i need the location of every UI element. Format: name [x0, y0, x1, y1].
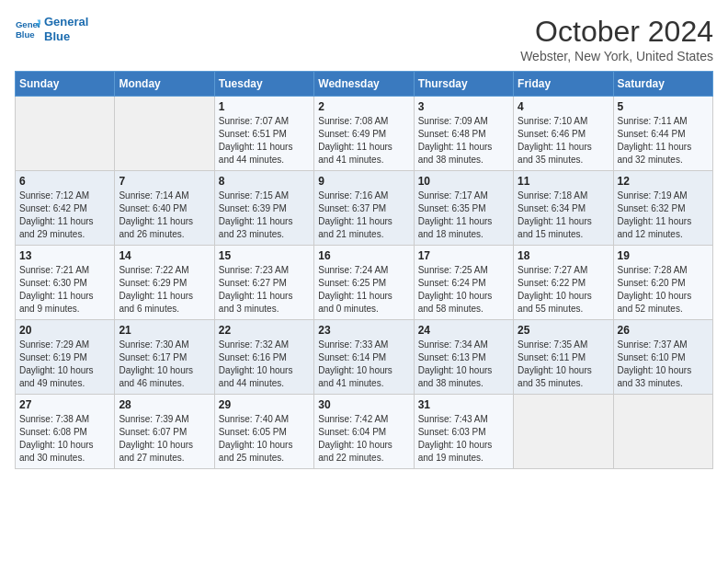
- day-info: Sunrise: 7:27 AM Sunset: 6:22 PM Dayligh…: [518, 264, 609, 316]
- day-info: Sunrise: 7:35 AM Sunset: 6:11 PM Dayligh…: [518, 339, 609, 390]
- day-info: Sunrise: 7:14 AM Sunset: 6:40 PM Dayligh…: [119, 190, 210, 241]
- day-number: 25: [518, 324, 609, 337]
- day-number: 19: [618, 249, 709, 262]
- weekday-header-saturday: Saturday: [613, 72, 712, 97]
- calendar-cell: 8Sunrise: 7:15 AM Sunset: 6:39 PM Daylig…: [214, 171, 313, 246]
- day-number: 2: [318, 100, 409, 113]
- calendar-cell: 31Sunrise: 7:43 AM Sunset: 6:03 PM Dayli…: [414, 395, 513, 469]
- calendar-week-row: 1Sunrise: 7:07 AM Sunset: 6:51 PM Daylig…: [16, 97, 713, 171]
- day-info: Sunrise: 7:24 AM Sunset: 6:25 PM Dayligh…: [318, 264, 409, 316]
- calendar-cell: 3Sunrise: 7:09 AM Sunset: 6:48 PM Daylig…: [414, 97, 513, 171]
- day-number: 1: [219, 100, 310, 113]
- calendar-cell: 10Sunrise: 7:17 AM Sunset: 6:35 PM Dayli…: [414, 171, 513, 246]
- calendar-cell: 26Sunrise: 7:37 AM Sunset: 6:10 PM Dayli…: [613, 320, 712, 395]
- day-number: 17: [418, 249, 509, 262]
- day-info: Sunrise: 7:43 AM Sunset: 6:03 PM Dayligh…: [418, 413, 509, 465]
- calendar-week-row: 27Sunrise: 7:38 AM Sunset: 6:08 PM Dayli…: [16, 395, 713, 469]
- day-info: Sunrise: 7:11 AM Sunset: 6:44 PM Dayligh…: [618, 115, 709, 167]
- svg-text:Blue: Blue: [16, 29, 35, 39]
- calendar-cell: 23Sunrise: 7:33 AM Sunset: 6:14 PM Dayli…: [314, 320, 414, 395]
- calendar-cell: 12Sunrise: 7:19 AM Sunset: 6:32 PM Dayli…: [613, 171, 712, 246]
- calendar-cell: 24Sunrise: 7:34 AM Sunset: 6:13 PM Dayli…: [414, 320, 513, 395]
- day-info: Sunrise: 7:37 AM Sunset: 6:10 PM Dayligh…: [618, 339, 709, 390]
- calendar-cell: 14Sunrise: 7:22 AM Sunset: 6:29 PM Dayli…: [115, 246, 214, 320]
- calendar-cell: 27Sunrise: 7:38 AM Sunset: 6:08 PM Dayli…: [16, 395, 115, 469]
- day-number: 16: [318, 249, 409, 262]
- day-number: 6: [19, 175, 110, 188]
- calendar-cell: 17Sunrise: 7:25 AM Sunset: 6:24 PM Dayli…: [414, 246, 513, 320]
- day-info: Sunrise: 7:15 AM Sunset: 6:39 PM Dayligh…: [219, 190, 310, 241]
- logo-line1: General: [44, 15, 88, 29]
- day-number: 7: [119, 175, 210, 188]
- day-info: Sunrise: 7:28 AM Sunset: 6:20 PM Dayligh…: [618, 264, 709, 316]
- day-number: 11: [518, 175, 609, 188]
- day-number: 10: [418, 175, 509, 188]
- day-info: Sunrise: 7:16 AM Sunset: 6:37 PM Dayligh…: [318, 190, 409, 241]
- location-subtitle: Webster, New York, United States: [520, 49, 713, 63]
- day-number: 13: [19, 249, 110, 262]
- day-number: 9: [318, 175, 409, 188]
- day-info: Sunrise: 7:19 AM Sunset: 6:32 PM Dayligh…: [618, 190, 709, 241]
- calendar-cell: 19Sunrise: 7:28 AM Sunset: 6:20 PM Dayli…: [613, 246, 712, 320]
- day-info: Sunrise: 7:29 AM Sunset: 6:19 PM Dayligh…: [19, 339, 110, 390]
- logo-icon: General Blue: [15, 17, 40, 42]
- calendar-cell: 22Sunrise: 7:32 AM Sunset: 6:16 PM Dayli…: [214, 320, 313, 395]
- weekday-header-tuesday: Tuesday: [214, 72, 313, 97]
- calendar-cell: 20Sunrise: 7:29 AM Sunset: 6:19 PM Dayli…: [16, 320, 115, 395]
- weekday-header-monday: Monday: [115, 72, 214, 97]
- day-number: 20: [19, 324, 110, 337]
- day-number: 28: [119, 398, 210, 411]
- calendar-cell: 5Sunrise: 7:11 AM Sunset: 6:44 PM Daylig…: [613, 97, 712, 171]
- day-info: Sunrise: 7:22 AM Sunset: 6:29 PM Dayligh…: [119, 264, 210, 316]
- day-info: Sunrise: 7:33 AM Sunset: 6:14 PM Dayligh…: [318, 339, 409, 390]
- day-info: Sunrise: 7:40 AM Sunset: 6:05 PM Dayligh…: [219, 413, 310, 465]
- calendar-cell: 29Sunrise: 7:40 AM Sunset: 6:05 PM Dayli…: [214, 395, 313, 469]
- calendar-cell: 9Sunrise: 7:16 AM Sunset: 6:37 PM Daylig…: [314, 171, 414, 246]
- calendar-cell: 25Sunrise: 7:35 AM Sunset: 6:11 PM Dayli…: [514, 320, 613, 395]
- day-info: Sunrise: 7:42 AM Sunset: 6:04 PM Dayligh…: [318, 413, 409, 465]
- day-number: 15: [219, 249, 310, 262]
- day-number: 21: [119, 324, 210, 337]
- calendar-cell: 1Sunrise: 7:07 AM Sunset: 6:51 PM Daylig…: [214, 97, 313, 171]
- calendar-table: SundayMondayTuesdayWednesdayThursdayFrid…: [15, 71, 713, 469]
- calendar-cell: 11Sunrise: 7:18 AM Sunset: 6:34 PM Dayli…: [514, 171, 613, 246]
- calendar-cell: 7Sunrise: 7:14 AM Sunset: 6:40 PM Daylig…: [115, 171, 214, 246]
- calendar-week-row: 13Sunrise: 7:21 AM Sunset: 6:30 PM Dayli…: [16, 246, 713, 320]
- day-info: Sunrise: 7:30 AM Sunset: 6:17 PM Dayligh…: [119, 339, 210, 390]
- day-info: Sunrise: 7:09 AM Sunset: 6:48 PM Dayligh…: [418, 115, 509, 167]
- calendar-cell: 6Sunrise: 7:12 AM Sunset: 6:42 PM Daylig…: [16, 171, 115, 246]
- weekday-header-sunday: Sunday: [16, 72, 115, 97]
- day-number: 23: [318, 324, 409, 337]
- weekday-header-friday: Friday: [514, 72, 613, 97]
- title-block: October 2024 Webster, New York, United S…: [520, 15, 713, 63]
- day-info: Sunrise: 7:39 AM Sunset: 6:07 PM Dayligh…: [119, 413, 210, 465]
- calendar-cell: 30Sunrise: 7:42 AM Sunset: 6:04 PM Dayli…: [314, 395, 414, 469]
- day-number: 24: [418, 324, 509, 337]
- day-number: 4: [518, 100, 609, 113]
- day-info: Sunrise: 7:21 AM Sunset: 6:30 PM Dayligh…: [19, 264, 110, 316]
- page-header: General Blue General Blue October 2024 W…: [15, 15, 713, 63]
- weekday-header-wednesday: Wednesday: [314, 72, 414, 97]
- day-number: 27: [19, 398, 110, 411]
- calendar-cell: [115, 97, 214, 171]
- day-info: Sunrise: 7:38 AM Sunset: 6:08 PM Dayligh…: [19, 413, 110, 465]
- calendar-cell: 13Sunrise: 7:21 AM Sunset: 6:30 PM Dayli…: [16, 246, 115, 320]
- logo-line2: Blue: [44, 29, 88, 44]
- calendar-cell: [514, 395, 613, 469]
- day-info: Sunrise: 7:18 AM Sunset: 6:34 PM Dayligh…: [518, 190, 609, 241]
- day-number: 8: [219, 175, 310, 188]
- calendar-cell: 21Sunrise: 7:30 AM Sunset: 6:17 PM Dayli…: [115, 320, 214, 395]
- calendar-cell: 2Sunrise: 7:08 AM Sunset: 6:49 PM Daylig…: [314, 97, 414, 171]
- day-info: Sunrise: 7:23 AM Sunset: 6:27 PM Dayligh…: [219, 264, 310, 316]
- calendar-cell: 18Sunrise: 7:27 AM Sunset: 6:22 PM Dayli…: [514, 246, 613, 320]
- calendar-cell: [16, 97, 115, 171]
- day-number: 30: [318, 398, 409, 411]
- day-number: 18: [518, 249, 609, 262]
- calendar-cell: [613, 395, 712, 469]
- calendar-week-row: 20Sunrise: 7:29 AM Sunset: 6:19 PM Dayli…: [16, 320, 713, 395]
- calendar-cell: 28Sunrise: 7:39 AM Sunset: 6:07 PM Dayli…: [115, 395, 214, 469]
- day-number: 3: [418, 100, 509, 113]
- day-number: 29: [219, 398, 310, 411]
- day-info: Sunrise: 7:25 AM Sunset: 6:24 PM Dayligh…: [418, 264, 509, 316]
- day-number: 12: [618, 175, 709, 188]
